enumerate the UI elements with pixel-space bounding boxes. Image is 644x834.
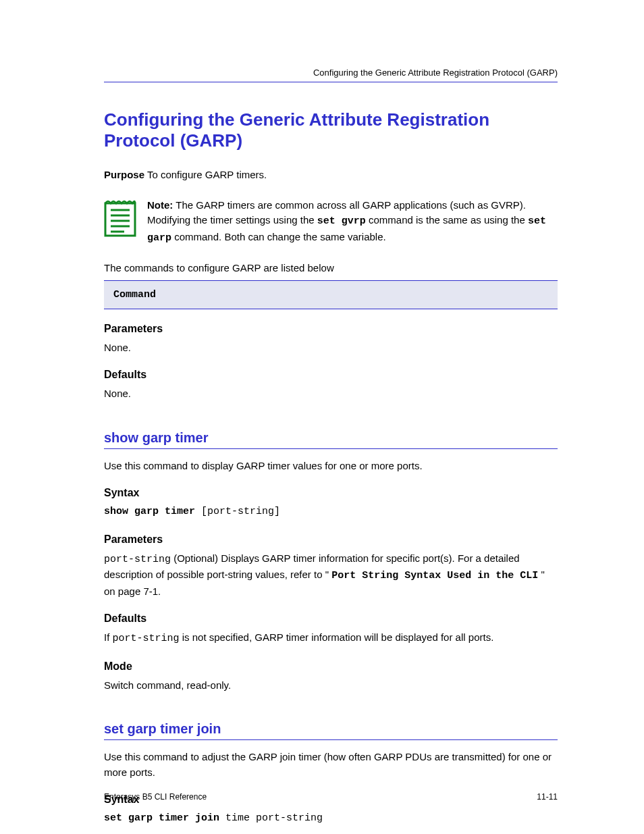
cmd1-defaults-p2: is not specified, GARP timer information…: [182, 631, 494, 643]
cmd2-syntax-fixed: set garp timer join: [104, 812, 219, 824]
cmd1-description: Use this command to display GARP timer v…: [104, 459, 558, 474]
section-purpose-paragraph: Purpose To configure GARP timers.: [104, 167, 558, 183]
notepad-icon: [104, 198, 136, 240]
section-running-header: Configuring the Generic Attribute Regist…: [104, 68, 558, 78]
cmd1-defaults-portstring: port-string: [113, 633, 180, 644]
cmd1-param-refcmd: Port String Syntax Used in the CLI: [331, 570, 538, 581]
cmd1-syntax: show garp timer [port-string]: [104, 504, 558, 520]
subhead-syntax-1: Syntax: [104, 487, 558, 499]
header-rule: [104, 82, 558, 82]
cmd1-mode: Switch command, read-only.: [104, 678, 558, 694]
cmd2-syntax: set garp timer join time port-string: [104, 811, 558, 827]
section-heading: Configuring the Generic Attribute Regist…: [104, 109, 558, 151]
subhead-mode-1: Mode: [104, 660, 558, 673]
cmd1-defaults-p1: If: [104, 631, 113, 643]
note-text-cmd1: set gvrp: [317, 215, 366, 227]
footer-doc-title: Enterasys B5 CLI Reference: [104, 792, 207, 802]
purpose-text: To configure GARP timers.: [147, 169, 267, 180]
command-title-show-garp: show garp timer: [104, 430, 558, 446]
cmd1-param-name: port-string: [104, 554, 171, 565]
parameters-none: None.: [104, 340, 558, 356]
cmd2-syntax-variable: time port-string: [225, 812, 323, 824]
note-callout: Note: The GARP timers are common across …: [104, 198, 558, 246]
subhead-parameters-1: Parameters: [104, 533, 558, 546]
subhead-defaults-1: Defaults: [104, 613, 558, 625]
cmd1-syntax-fixed: show garp timer: [104, 506, 195, 517]
defaults-none: None.: [104, 386, 558, 402]
command-block: Command: [104, 280, 558, 309]
page-footer: Enterasys B5 CLI Reference 11-11: [104, 792, 558, 802]
subhead-defaults: Defaults: [104, 369, 558, 381]
command-title-rule-2: [104, 739, 558, 740]
command-col-header: Command: [113, 289, 156, 301]
note-text-part2: command is the same as using the: [369, 214, 528, 226]
footer-page-number: 11-11: [537, 792, 558, 802]
commands-intro-line: The commands to configure GARP are liste…: [104, 261, 558, 276]
cmd1-defaults: If port-string is not specified, GARP ti…: [104, 630, 558, 647]
subhead-parameters: Parameters: [104, 323, 558, 335]
purpose-label: Purpose: [104, 169, 144, 180]
command-title-rule-1: [104, 448, 558, 449]
note-label: Note:: [147, 199, 173, 211]
note-text-part3: command. Both can change the same variab…: [174, 231, 386, 242]
cmd2-description: Use this command to adjust the GARP join…: [104, 750, 558, 780]
command-title-set-garp: set garp timer join: [104, 721, 558, 737]
cmd1-syntax-variable: [port-string]: [201, 506, 280, 517]
cmd1-parameters: port-string (Optional) Displays GARP tim…: [104, 551, 558, 600]
